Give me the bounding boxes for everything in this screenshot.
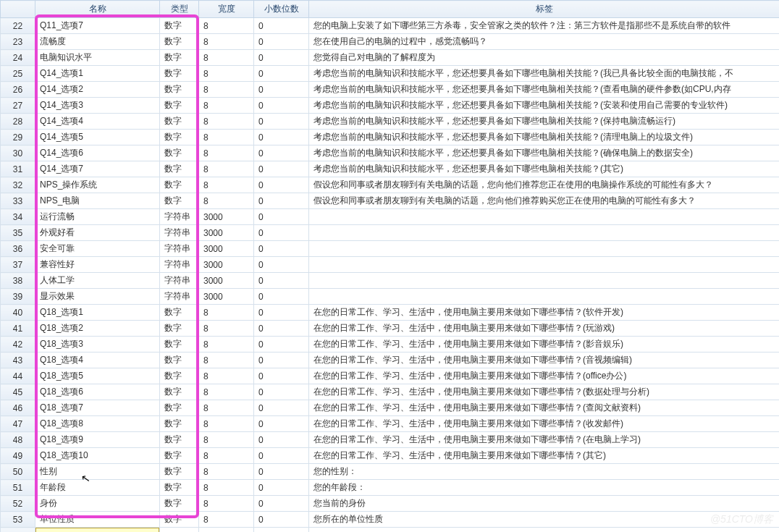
- cell-name[interactable]: Q18_选项6: [35, 384, 160, 400]
- cell-label[interactable]: 在您的日常工作、学习、生活中，使用电脑主要用来做如下哪些事情？(其它): [309, 448, 780, 464]
- cell-name[interactable]: Q18_选项2: [35, 321, 160, 337]
- cell-width[interactable]: 3000: [199, 225, 254, 241]
- table-row[interactable]: 28Q14_选项4数字80考虑您当前的电脑知识和技能水平，您还想要具备如下哪些电…: [1, 114, 780, 130]
- table-row[interactable]: 29Q14_选项5数字80考虑您当前的电脑知识和技能水平，您还想要具备如下哪些电…: [1, 130, 780, 145]
- grid-body[interactable]: 22Q11_选项7数字80您的电脑上安装了如下哪些第三方杀毒，安全管家之类的软件…: [1, 18, 780, 533]
- table-row[interactable]: 45Q18_选项6数字80在您的日常工作、学习、生活中，使用电脑主要用来做如下哪…: [1, 384, 780, 400]
- cell-name[interactable]: Q18_选项5: [35, 368, 160, 384]
- cell-type[interactable]: 数字: [160, 130, 199, 145]
- cell-label[interactable]: [309, 528, 780, 533]
- cell-name[interactable]: NPS_操作系统: [35, 177, 160, 193]
- table-row[interactable]: 27Q14_选项3数字80考虑您当前的电脑知识和技能水平，您还想要具备如下哪些电…: [1, 98, 780, 114]
- cell-width[interactable]: 8: [199, 34, 254, 50]
- cell-type[interactable]: 数字: [160, 416, 199, 432]
- cell-decimals[interactable]: 0: [254, 34, 309, 50]
- table-row[interactable]: 48Q18_选项9数字80在您的日常工作、学习、生活中，使用电脑主要用来做如下哪…: [1, 432, 780, 448]
- cell-decimals[interactable]: 0: [254, 161, 309, 177]
- cell-name[interactable]: Q14_选项1: [35, 66, 160, 82]
- cell-decimals[interactable]: 0: [254, 512, 309, 528]
- row-number[interactable]: 34: [1, 209, 35, 225]
- cell-width[interactable]: 8: [199, 50, 254, 66]
- cell-type[interactable]: 数字: [160, 368, 199, 384]
- cell-name[interactable]: Q18_选项10: [35, 448, 160, 464]
- table-row[interactable]: 51年龄段数字80您的年龄段：: [1, 480, 780, 496]
- cell-decimals[interactable]: 0: [254, 257, 309, 273]
- cell-type[interactable]: 数字: [160, 464, 199, 480]
- cell-width[interactable]: 8: [199, 400, 254, 416]
- cell-label[interactable]: 在您的日常工作、学习、生活中，使用电脑主要用来做如下哪些事情？(在电脑上学习): [309, 432, 780, 448]
- cell-type[interactable]: 数字: [160, 66, 199, 82]
- cell-width[interactable]: 8: [199, 480, 254, 496]
- row-number[interactable]: 35: [1, 225, 35, 241]
- cell-label[interactable]: 在您的日常工作、学习、生活中，使用电脑主要用来做如下哪些事情？(收发邮件): [309, 416, 780, 432]
- table-row[interactable]: 36安全可靠字符串30000: [1, 241, 780, 257]
- cell-name[interactable]: 单位性质: [35, 512, 160, 528]
- table-row[interactable]: 44Q18_选项5数字80在您的日常工作、学习、生活中，使用电脑主要用来做如下哪…: [1, 368, 780, 384]
- cell-name[interactable]: Q14_选项7: [35, 161, 160, 177]
- table-row[interactable]: 34运行流畅字符串30000: [1, 209, 780, 225]
- cell-label[interactable]: 您的年龄段：: [309, 480, 780, 496]
- cell-name[interactable]: Q18_选项4: [35, 352, 160, 368]
- cell-decimals[interactable]: 0: [254, 225, 309, 241]
- cell-width[interactable]: 8: [199, 368, 254, 384]
- cell-type[interactable]: 数字: [160, 480, 199, 496]
- cell-type[interactable]: 数字: [160, 193, 199, 209]
- row-number[interactable]: 25: [1, 66, 35, 82]
- cell-width[interactable]: 8: [199, 432, 254, 448]
- cell-type[interactable]: 数字: [160, 432, 199, 448]
- row-number[interactable]: 47: [1, 416, 35, 432]
- cell-decimals[interactable]: 0: [254, 82, 309, 98]
- cell-label[interactable]: 在您的日常工作、学习、生活中，使用电脑主要用来做如下哪些事情？(音视频编辑): [309, 352, 780, 368]
- cell-name[interactable]: 电脑知识水平: [35, 50, 160, 66]
- cell-name[interactable]: Q18_选项1: [35, 305, 160, 321]
- row-number[interactable]: 53: [1, 512, 35, 528]
- row-number[interactable]: 52: [1, 496, 35, 512]
- cell-width[interactable]: 3000: [199, 209, 254, 225]
- cell-label[interactable]: 考虑您当前的电脑知识和技能水平，您还想要具备如下哪些电脑相关技能？(确保电脑上的…: [309, 145, 780, 161]
- cell-type[interactable]: 数字: [160, 352, 199, 368]
- row-number[interactable]: 27: [1, 98, 35, 114]
- table-row[interactable]: 43Q18_选项4数字80在您的日常工作、学习、生活中，使用电脑主要用来做如下哪…: [1, 352, 780, 368]
- cell-decimals[interactable]: 0: [254, 496, 309, 512]
- cell-name[interactable]: 人体工学: [35, 273, 160, 289]
- row-number[interactable]: 33: [1, 193, 35, 209]
- cell-width[interactable]: 8: [199, 114, 254, 130]
- cell-name[interactable]: Q14_选项5: [35, 130, 160, 145]
- cell-width[interactable]: 8: [199, 416, 254, 432]
- cell-name[interactable]: Q14_选项4: [35, 114, 160, 130]
- header-width[interactable]: 宽度: [199, 1, 254, 18]
- cell-decimals[interactable]: 0: [254, 480, 309, 496]
- cell-name[interactable]: NPS_电脑: [35, 193, 160, 209]
- row-number[interactable]: 44: [1, 368, 35, 384]
- cell-label[interactable]: 假设您和同事或者朋友聊到有关电脑的话题，您向他们推荐购买您正在使用的电脑的可能性…: [309, 193, 780, 209]
- cell-width[interactable]: 8: [199, 130, 254, 145]
- cell-width[interactable]: 8: [199, 177, 254, 193]
- cell-width[interactable]: 8: [199, 448, 254, 464]
- variable-grid[interactable]: 名称 类型 宽度 小数位数 标签 22Q11_选项7数字80您的电脑上安装了如下…: [0, 0, 779, 532]
- cell-decimals[interactable]: 0: [254, 464, 309, 480]
- cell-name[interactable]: Q14_选项2: [35, 82, 160, 98]
- row-number[interactable]: 50: [1, 464, 35, 480]
- cell-decimals[interactable]: 0: [254, 305, 309, 321]
- row-number[interactable]: 37: [1, 257, 35, 273]
- cell-name[interactable]: Q14_选项3: [35, 98, 160, 114]
- cell-decimals[interactable]: 0: [254, 384, 309, 400]
- cell-decimals[interactable]: 0: [254, 98, 309, 114]
- table-row[interactable]: 50性别数字80您的性别：: [1, 464, 780, 480]
- row-number[interactable]: 30: [1, 145, 35, 161]
- cell-label[interactable]: [309, 257, 780, 273]
- table-row[interactable]: 41Q18_选项2数字80在您的日常工作、学习、生活中，使用电脑主要用来做如下哪…: [1, 321, 780, 337]
- cell-width[interactable]: 8: [199, 464, 254, 480]
- cell-decimals[interactable]: 0: [254, 241, 309, 257]
- table-row[interactable]: 47Q18_选项8数字80在您的日常工作、学习、生活中，使用电脑主要用来做如下哪…: [1, 416, 780, 432]
- table-row[interactable]: 52身份数字80您当前的身份: [1, 496, 780, 512]
- row-number[interactable]: 22: [1, 18, 35, 34]
- cell-type[interactable]: 字符串: [160, 273, 199, 289]
- header-corner[interactable]: [1, 1, 35, 18]
- row-number[interactable]: 26: [1, 82, 35, 98]
- cell-width[interactable]: 8: [199, 161, 254, 177]
- row-number[interactable]: 46: [1, 400, 35, 416]
- cell-label[interactable]: 您的性别：: [309, 464, 780, 480]
- cell-label[interactable]: 考虑您当前的电脑知识和技能水平，您还想要具备如下哪些电脑相关技能？(安装和使用自…: [309, 98, 780, 114]
- cell-label[interactable]: [309, 225, 780, 241]
